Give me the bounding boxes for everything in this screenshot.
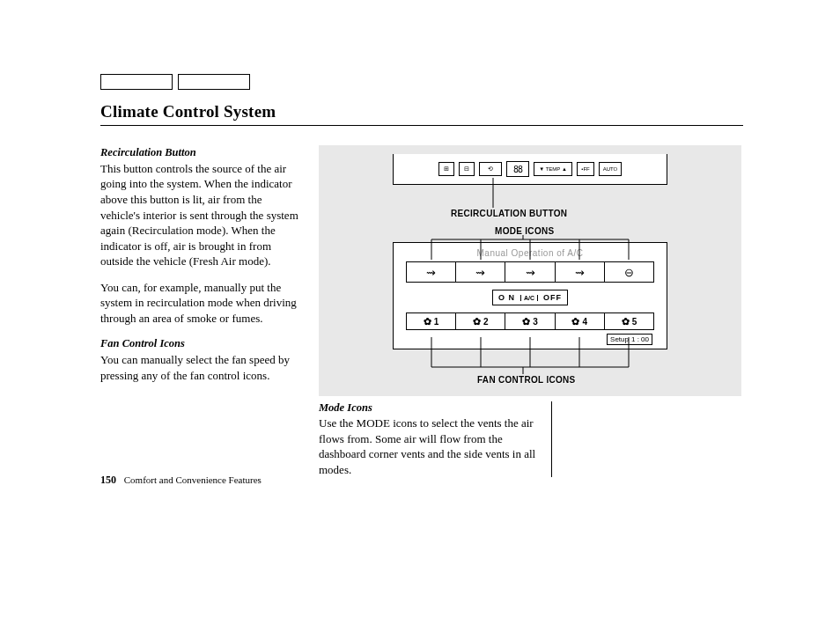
recirculation-heading: Recirculation Button bbox=[100, 145, 303, 160]
recirculation-body-1: This button controls the source of the a… bbox=[100, 161, 303, 269]
off-button: •FF bbox=[577, 162, 594, 176]
fan-icon-row: ✿1 ✿2 ✿3 ✿4 ✿5 bbox=[406, 312, 654, 330]
recirculation-label: RECIRCULATION BUTTON bbox=[451, 209, 567, 218]
header-placeholder-boxes bbox=[100, 74, 743, 93]
fan-speed-2: ✿2 bbox=[456, 313, 505, 329]
mode-caption-block: Mode Icons Use the MODE icons to select … bbox=[319, 401, 552, 477]
fan-icon: ✿ bbox=[522, 316, 530, 327]
ac-label: A/C bbox=[520, 295, 538, 301]
panel-title: Manual Operation of A/C bbox=[394, 243, 667, 261]
right-column: ⊞ ⊟ ⟲ 88 ▼ TEMP ▲ •FF AUTO RECIRCULATION… bbox=[319, 145, 741, 477]
temp-adjust-button: ▼ TEMP ▲ bbox=[534, 162, 572, 176]
page-footer: 150 Comfort and Convenience Features bbox=[100, 474, 262, 487]
chapter-name: Comfort and Convenience Features bbox=[124, 474, 262, 485]
fan-icon: ✿ bbox=[622, 316, 630, 327]
page-title: Climate Control System bbox=[100, 102, 743, 126]
ac-off-label: OFF bbox=[538, 293, 567, 302]
recirculation-body-2: You can, for example, manually put the s… bbox=[100, 280, 303, 327]
ac-on-label: O N bbox=[493, 293, 520, 302]
touch-panel: Manual Operation of A/C ⇝ ⇝ ⇝ ⇝ ⊖ O N A/… bbox=[393, 242, 667, 349]
mode-icons-label: MODE ICONS bbox=[495, 226, 554, 236]
page-number: 150 bbox=[100, 474, 116, 486]
auto-button: AUTO bbox=[599, 162, 622, 176]
setup-label: Setup bbox=[610, 335, 629, 343]
fan-speed-4: ✿4 bbox=[556, 313, 605, 329]
mode-icon-row: ⇝ ⇝ ⇝ ⇝ ⊖ bbox=[406, 261, 654, 283]
mode-heading: Mode Icons bbox=[319, 401, 541, 415]
fan-icon: ✿ bbox=[473, 316, 481, 327]
mode-floor-defrost-icon: ⇝ bbox=[556, 262, 605, 282]
mode-face-icon: ⇝ bbox=[407, 262, 456, 282]
manual-page: Climate Control System Recirculation But… bbox=[100, 74, 743, 477]
defrost-rear-button: ⊟ bbox=[459, 162, 475, 176]
fan-icons-label: FAN CONTROL ICONS bbox=[477, 375, 576, 385]
mode-defrost-icon: ⊖ bbox=[605, 262, 653, 282]
temperature-display: 88 bbox=[506, 161, 529, 177]
fan-icon: ✿ bbox=[571, 316, 579, 327]
ac-toggle-row: O N A/C OFF bbox=[394, 290, 667, 305]
fan-speed-1: ✿1 bbox=[407, 313, 456, 329]
recirculation-button: ⟲ bbox=[479, 162, 502, 176]
fan-heading: Fan Control Icons bbox=[100, 336, 303, 351]
control-panel-figure: ⊞ ⊟ ⟲ 88 ▼ TEMP ▲ •FF AUTO RECIRCULATION… bbox=[319, 145, 741, 396]
fan-speed-3: ✿3 bbox=[505, 313, 555, 329]
mode-face-floor-icon: ⇝ bbox=[456, 262, 505, 282]
mode-floor-icon: ⇝ bbox=[505, 262, 555, 282]
defrost-front-button: ⊞ bbox=[438, 162, 454, 176]
fan-body: You can manually select the fan speed by… bbox=[100, 352, 303, 383]
left-column: Recirculation Button This button control… bbox=[100, 145, 303, 477]
mode-body: Use the MODE icons to select the vents t… bbox=[319, 415, 541, 477]
setup-time-box: Setup 1 : 00 bbox=[607, 334, 652, 345]
top-control-strip: ⊞ ⊟ ⟲ 88 ▼ TEMP ▲ •FF AUTO bbox=[393, 154, 667, 185]
fan-speed-5: ✿5 bbox=[605, 313, 653, 329]
time-value: 1 : 00 bbox=[631, 335, 649, 343]
fan-icon: ✿ bbox=[424, 316, 431, 327]
